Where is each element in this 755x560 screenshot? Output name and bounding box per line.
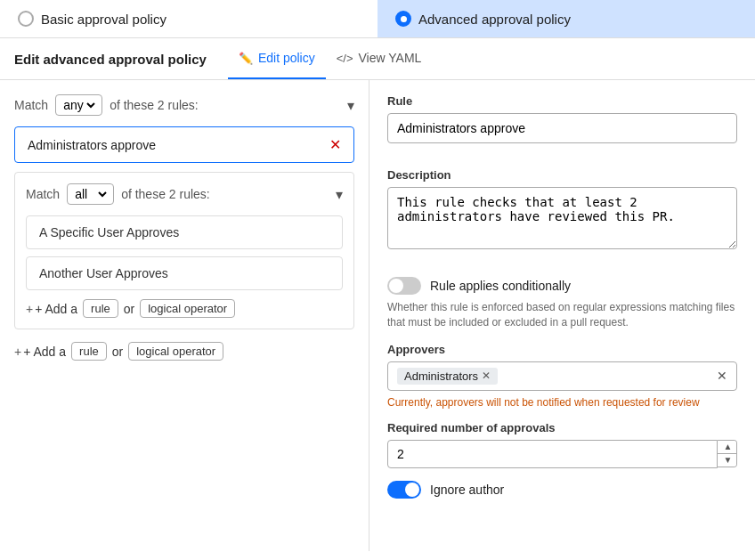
nested-match-row: Match all any of these 2 rules:	[26, 183, 210, 205]
outer-add-rule-button[interactable]: rule	[71, 342, 107, 361]
outer-add-or: or	[112, 345, 123, 359]
approvals-input[interactable]	[387, 440, 718, 468]
administrators-rule-close-icon[interactable]: ✕	[329, 136, 341, 153]
approvals-label: Required number of approvals	[387, 421, 737, 434]
nested-add-rule-button[interactable]: rule	[83, 299, 118, 318]
tab-edit-policy[interactable]: ✏️ Edit policy	[228, 38, 326, 79]
nested-add-logical-button[interactable]: logical operator	[140, 299, 235, 318]
administrators-rule-item[interactable]: Administrators approve ✕	[14, 126, 354, 163]
description-label: Description	[387, 168, 737, 182]
administrators-rule-label: Administrators approve	[28, 138, 156, 152]
outer-add-prefix: + Add a	[23, 345, 66, 359]
ignore-author-label: Ignore author	[430, 483, 504, 497]
left-panel: Match any all of these 2 rules: ▾ Admini…	[0, 80, 369, 551]
conditional-row: Rule applies conditionally	[387, 277, 737, 295]
tabs-row: Edit advanced approval policy ✏️ Edit po…	[0, 38, 755, 80]
conditional-desc: Whether this rule is enforced based on r…	[387, 300, 737, 330]
ignore-author-row: Ignore author	[387, 481, 737, 499]
approvals-up-button[interactable]: ▲	[718, 441, 736, 454]
outer-plus-icon: +	[14, 345, 21, 359]
advanced-policy-radio[interactable]	[395, 11, 411, 27]
approvals-field-group: Required number of approvals ▲ ▼	[387, 421, 737, 468]
match-select-input-nested[interactable]: all any	[71, 186, 110, 202]
rule-field-label: Rule	[387, 94, 737, 108]
approver-tag: Administrators ✕	[397, 368, 498, 385]
basic-policy-label: Basic approval policy	[41, 12, 166, 27]
right-panel: Rule Description This rule checks that a…	[369, 80, 755, 551]
edit-icon: ✏️	[239, 52, 253, 65]
tab-yaml-label: View YAML	[359, 51, 422, 65]
approvers-label: Approvers	[387, 343, 737, 356]
advanced-policy-label: Advanced approval policy	[418, 12, 571, 27]
nested-add-row: + + Add a rule or logical operator	[26, 299, 343, 318]
match-suffix-outer: of these 2 rules:	[110, 98, 199, 112]
approvers-warning: Currently, approvers will not be notifie…	[387, 396, 737, 409]
match-label-outer: Match	[14, 98, 48, 112]
conditional-toggle[interactable]	[387, 277, 421, 295]
nested-group: Match all any of these 2 rules: ▾ A Spec…	[14, 172, 354, 329]
outer-add-logical-button[interactable]: logical operator	[128, 342, 223, 361]
section-title: Edit advanced approval policy	[14, 39, 207, 79]
specific-user-label: A Specific User Approves	[39, 225, 179, 239]
approvers-input-row[interactable]: Administrators ✕ ✕	[387, 361, 737, 391]
description-field-group: Description This rule checks that at lea…	[387, 168, 737, 264]
specific-user-rule-item[interactable]: A Specific User Approves	[26, 215, 343, 249]
basic-policy-radio[interactable]	[18, 11, 34, 27]
approver-tag-close-icon[interactable]: ✕	[482, 369, 491, 382]
advanced-policy-option[interactable]: Advanced approval policy	[378, 0, 755, 37]
approvals-down-button[interactable]: ▼	[718, 454, 736, 467]
outer-match-wrapper: Match any all of these 2 rules: ▾	[14, 94, 354, 116]
approvers-clear-all-icon[interactable]: ✕	[717, 369, 727, 383]
approver-tag-label: Administrators	[404, 369, 478, 383]
conditional-label: Rule applies conditionally	[430, 279, 571, 293]
rule-field-group: Rule	[387, 94, 737, 156]
match-select-nested[interactable]: all any	[67, 183, 114, 205]
outer-chevron-icon[interactable]: ▾	[347, 97, 354, 114]
description-textarea[interactable]: This rule checks that at least 2 adminis…	[387, 187, 737, 249]
nested-chevron-icon[interactable]: ▾	[336, 186, 343, 203]
outer-add-row: + + Add a rule or logical operator	[14, 342, 354, 361]
ignore-author-toggle[interactable]	[387, 481, 421, 499]
basic-policy-option[interactable]: Basic approval policy	[0, 0, 378, 37]
outer-match-row: Match any all of these 2 rules:	[14, 94, 199, 116]
match-label-nested: Match	[26, 187, 60, 201]
tab-edit-label: Edit policy	[258, 51, 315, 65]
another-user-rule-item[interactable]: Another User Approves	[26, 256, 343, 290]
approvals-row: ▲ ▼	[387, 440, 737, 468]
nested-match-wrapper: Match all any of these 2 rules: ▾	[26, 183, 343, 205]
match-suffix-nested: of these 2 rules:	[121, 187, 210, 201]
rule-input[interactable]	[387, 113, 737, 143]
nested-plus-icon: +	[26, 302, 33, 316]
tab-view-yaml[interactable]: </> View YAML	[326, 38, 433, 79]
approvers-field-group: Approvers Administrators ✕ ✕ Currently, …	[387, 343, 737, 409]
yaml-icon: </>	[337, 52, 353, 65]
approvals-spinners: ▲ ▼	[718, 440, 737, 467]
match-select-input-outer[interactable]: any all	[60, 97, 98, 113]
another-user-label: Another User Approves	[39, 266, 168, 280]
match-select-outer[interactable]: any all	[55, 94, 102, 116]
nested-add-prefix: + Add a	[35, 302, 77, 316]
nested-add-or: or	[124, 302, 134, 316]
